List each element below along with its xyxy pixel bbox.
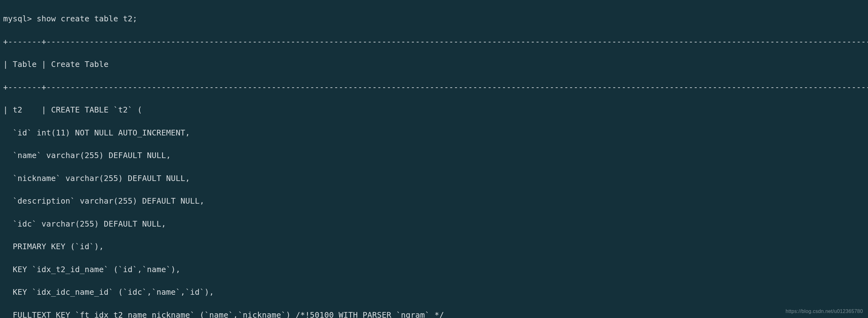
column-def-id: `id` int(11) NOT NULL AUTO_INCREMENT, — [3, 127, 865, 138]
sql-command: show create table t2; — [37, 14, 137, 23]
prompt-line: mysql> show create table t2; — [3, 13, 865, 25]
column-def-idc: `idc` varchar(255) DEFAULT NULL, — [3, 218, 865, 230]
table-border-top: +-------+-------------------------------… — [3, 36, 865, 47]
fulltext-index-def: FULLTEXT KEY `ft_idx_t2_name_nickname` (… — [3, 310, 865, 318]
table-border-mid: +-------+-------------------------------… — [3, 82, 865, 93]
create-table-row-start: | t2 | CREATE TABLE `t2` ( — [3, 104, 865, 116]
index-def-1: KEY `idx_t2_id_name` (`id`,`name`), — [3, 264, 865, 275]
column-def-name: `name` varchar(255) DEFAULT NULL, — [3, 150, 865, 161]
terminal-output[interactable]: mysql> show create table t2; +-------+--… — [0, 0, 868, 318]
index-def-2: KEY `idx_idc_name_id` (`idc`,`name`,`id`… — [3, 287, 865, 298]
watermark-text: https://blog.csdn.net/u012365780 — [786, 308, 863, 315]
column-def-description: `description` varchar(255) DEFAULT NULL, — [3, 195, 865, 207]
primary-key-def: PRIMARY KEY (`id`), — [3, 241, 865, 252]
table-header: | Table | Create Table — [3, 59, 865, 70]
mysql-prompt: mysql> — [3, 14, 32, 23]
column-def-nickname: `nickname` varchar(255) DEFAULT NULL, — [3, 173, 865, 184]
